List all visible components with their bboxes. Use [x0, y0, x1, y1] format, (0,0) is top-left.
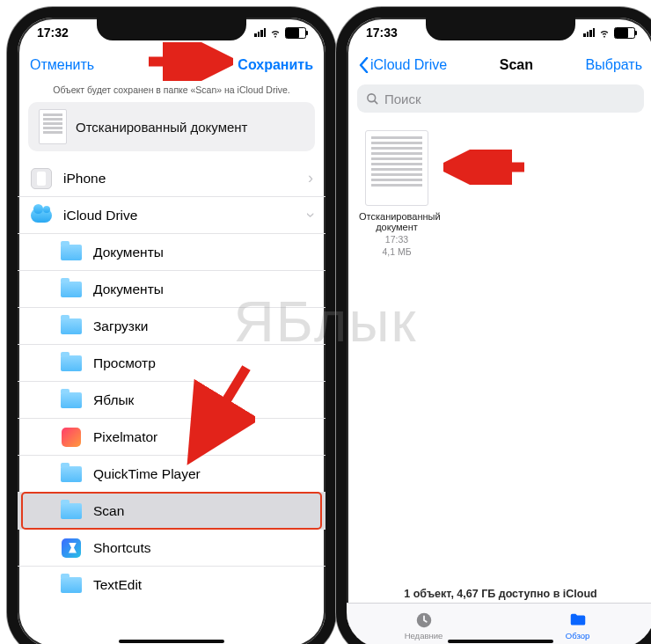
filename-box[interactable]: Отсканированный документ: [28, 102, 315, 151]
phone-frame-left: 17:32 Отменить Сохранить Объект будет со…: [7, 7, 336, 644]
folder-yablyk[interactable]: Яблык: [18, 382, 326, 419]
tab-browse[interactable]: Обзор: [501, 604, 651, 644]
chevron-down-icon: ›: [302, 213, 320, 218]
svg-line-1: [197, 368, 246, 449]
row-label: Загрузки: [93, 318, 148, 334]
home-indicator: [448, 640, 553, 643]
chevron-right-icon: ›: [308, 169, 313, 187]
tab-label: Обзор: [566, 631, 589, 640]
folder-icon: [60, 241, 83, 264]
file-item[interactable]: Отсканированный документ 17:33 4,1 МБ: [359, 130, 435, 257]
row-label: Scan: [93, 503, 124, 519]
row-label: QuickTime Player: [93, 466, 201, 482]
row-label: TextEdit: [93, 577, 142, 593]
row-label: Просмотр: [93, 355, 156, 371]
folder-icon: [60, 352, 83, 375]
status-time: 17:33: [366, 26, 398, 40]
annotation-arrow: [185, 361, 255, 466]
svg-point-2: [368, 93, 376, 101]
file-size: 4,1 МБ: [359, 246, 435, 257]
tab-recent[interactable]: Недавние: [347, 604, 501, 644]
wifi-icon: [598, 26, 611, 39]
file-time: 17:33: [359, 234, 435, 245]
document-thumb-icon: [365, 130, 428, 206]
folder-scan[interactable]: Scan: [18, 493, 326, 530]
folder-icon: [568, 611, 588, 630]
folder-downloads[interactable]: Загрузки: [18, 308, 326, 345]
storage-footer: 1 объект, 4,67 ГБ доступно в iCloud: [347, 588, 651, 600]
folder-icon: [60, 500, 83, 523]
search-icon: [366, 92, 379, 106]
back-label: iCloud Drive: [370, 57, 447, 73]
folder-textedit[interactable]: TextEdit: [18, 567, 326, 603]
shortcuts-icon: [60, 537, 83, 560]
folder-pixelmator[interactable]: Pixelmator: [18, 419, 326, 456]
back-button[interactable]: iCloud Drive: [359, 57, 447, 73]
pixelmator-icon: [60, 426, 83, 449]
files-grid: Отсканированный документ 17:33 4,1 МБ: [347, 118, 651, 269]
chevron-left-icon: [359, 57, 369, 73]
status-indicators: [583, 26, 635, 39]
save-path-info: Объект будет сохранен в папке «Scan» на …: [18, 83, 326, 102]
location-icloud-drive[interactable]: iCloud Drive ›: [18, 197, 326, 234]
phone-notch: [97, 16, 246, 40]
tab-label: Недавние: [405, 631, 443, 640]
row-label: Документы: [93, 282, 164, 297]
cancel-button[interactable]: Отменить: [30, 57, 94, 73]
tab-bar: Недавние Обзор: [347, 603, 651, 644]
status-indicators: [254, 26, 306, 39]
signal-icon: [583, 28, 595, 37]
signal-icon: [254, 28, 266, 37]
folder-preview[interactable]: Просмотр: [18, 345, 326, 382]
svg-line-3: [374, 100, 377, 104]
folder-icon: [60, 389, 83, 412]
filename-text: Отсканированный документ: [76, 120, 247, 135]
wifi-icon: [269, 26, 282, 39]
row-label: Pixelmator: [93, 429, 157, 445]
row-label: iPhone: [63, 171, 106, 187]
folder-documents-2[interactable]: Документы: [18, 271, 326, 308]
folder-documents-1[interactable]: Документы: [18, 234, 326, 271]
phone-notch: [426, 16, 575, 40]
nav-bar: iCloud Drive Scan Выбрать: [347, 48, 651, 83]
clock-icon: [414, 611, 434, 630]
folder-shortcuts[interactable]: Shortcuts: [18, 530, 326, 567]
folder-icon: [60, 463, 83, 486]
phone-frame-right: 17:33 iCloud Drive Scan Выбрать Поиск От…: [336, 7, 651, 644]
file-name: Отсканированный документ: [359, 211, 435, 232]
row-label: Shortcuts: [93, 540, 150, 556]
row-label: iCloud Drive: [63, 208, 137, 223]
folder-icon: [60, 315, 83, 338]
annotation-arrow: [443, 150, 531, 185]
search-input[interactable]: Поиск: [357, 84, 644, 113]
battery-icon: [285, 27, 306, 39]
location-list: iPhone › iCloud Drive › Документы Докуме…: [18, 160, 326, 603]
row-label: Документы: [93, 245, 164, 260]
status-time: 17:32: [37, 26, 69, 40]
save-button[interactable]: Сохранить: [238, 57, 313, 73]
battery-icon: [614, 27, 635, 39]
folder-icon: [60, 574, 83, 596]
search-placeholder: Поиск: [384, 91, 421, 106]
document-thumb-icon: [39, 109, 67, 144]
location-iphone[interactable]: iPhone ›: [18, 160, 326, 197]
page-title: Scan: [500, 57, 533, 73]
folder-quicktime[interactable]: QuickTime Player: [18, 456, 326, 493]
annotation-arrow: [145, 42, 233, 81]
select-button[interactable]: Выбрать: [586, 57, 642, 73]
iphone-icon: [30, 167, 53, 190]
folder-icon: [60, 278, 83, 301]
icloud-icon: [30, 204, 53, 227]
row-label: Яблык: [93, 392, 134, 408]
home-indicator: [119, 640, 224, 643]
